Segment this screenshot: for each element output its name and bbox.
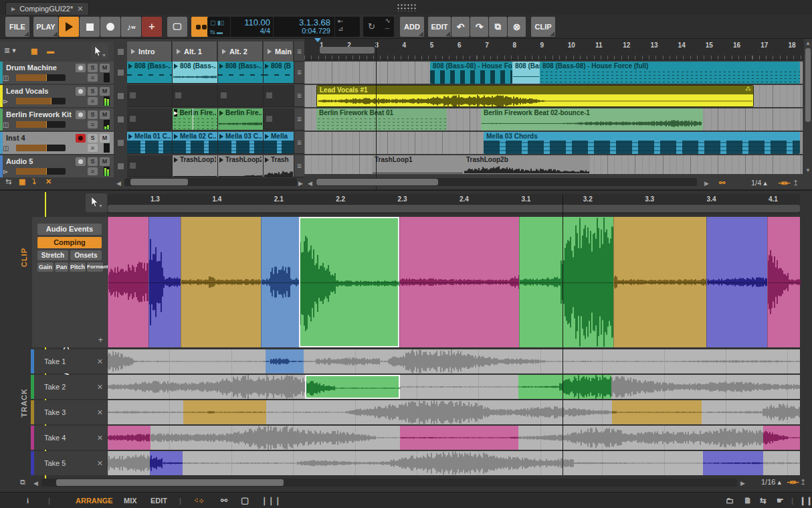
- add-track-button[interactable]: ADD: [400, 17, 424, 37]
- play-button[interactable]: [59, 17, 79, 37]
- take-header-3[interactable]: Take 3 ✕: [31, 400, 107, 424]
- track-name[interactable]: Lead Vocals: [6, 87, 48, 95]
- track-menu-button[interactable]: ≡: [88, 97, 98, 105]
- take-comp-region[interactable]: [763, 426, 800, 450]
- take-comp-region[interactable]: [183, 400, 266, 424]
- document-tab[interactable]: ▶ CompingGUI22* ✕: [5, 2, 89, 15]
- arranger-scroll-left-icon[interactable]: ◀: [308, 180, 312, 187]
- arranger-lane-berlin-firework-kit[interactable]: Berlin Firework Beat 01Berlin Firework B…: [304, 108, 803, 131]
- arranger-clip[interactable]: Mella 03 Chords: [484, 132, 800, 154]
- browser-panel-icon[interactable]: 🗀: [726, 493, 734, 508]
- clip-slot[interactable]: Mella 01 C...: [127, 132, 173, 154]
- arranger-lane-drum-machine[interactable]: 808 (Bass-08) - House Force (808 (Bas808…: [304, 62, 803, 84]
- empty-clip-slot[interactable]: [173, 85, 218, 107]
- arranger-clip[interactable]: TrashLoop2b: [464, 155, 590, 174]
- arranger-ruler[interactable]: 123456789101112131415161718: [304, 39, 804, 60]
- device-panel-icon[interactable]: ❙❙❙: [799, 493, 812, 508]
- scene-header-main[interactable]: Main: [264, 41, 294, 62]
- duplicate-button[interactable]: ⧉: [489, 17, 507, 37]
- track-menu-button[interactable]: ≡: [88, 74, 98, 82]
- punch-metronome-icons[interactable]: ⇤ ⊿: [334, 17, 354, 37]
- track-stop-button[interactable]: [114, 155, 127, 177]
- take-lane-1[interactable]: [108, 349, 800, 373]
- redo-button[interactable]: ↷: [470, 17, 488, 37]
- editor-cursor-tool-button[interactable]: ▾: [86, 193, 107, 212]
- comp-segment-take5[interactable]: [706, 217, 767, 347]
- solo-button[interactable]: S: [88, 87, 98, 96]
- volume-fader[interactable]: [16, 98, 66, 104]
- mute-button[interactable]: M: [100, 87, 110, 96]
- take-header-4[interactable]: Take 4 ✕: [31, 426, 107, 450]
- io-panel-icon[interactable]: ⇆: [760, 493, 767, 508]
- take-comp-region[interactable]: [305, 375, 400, 399]
- edit-menu-button[interactable]: EDIT: [428, 17, 451, 37]
- comping-button[interactable]: Comping: [37, 237, 102, 248]
- take-header-1[interactable]: Take 1 ✕: [31, 349, 107, 373]
- take-delete-icon[interactable]: ✕: [97, 459, 103, 468]
- track-menu-button[interactable]: ≡: [88, 120, 98, 129]
- comp-segment-take2[interactable]: [299, 217, 399, 347]
- arranger-clip[interactable]: 808 (Bas: [512, 62, 540, 84]
- scene-continue-icon[interactable]: ≣: [294, 155, 304, 177]
- arranger-clip[interactable]: Berlin Firework Beat 02-bounce-1: [481, 108, 703, 131]
- arranger-lane-inst-4[interactable]: Mella 03 Chords: [304, 132, 803, 154]
- comp-segment-take4[interactable]: [399, 217, 519, 347]
- arranger-clip[interactable]: TrashLoop1: [372, 155, 464, 174]
- undo-button[interactable]: ↶: [451, 17, 470, 37]
- formant-button[interactable]: Formant: [87, 262, 103, 272]
- arrange-view-button[interactable]: ARRANGE: [76, 493, 113, 508]
- arranger-clip[interactable]: Berlin Firework Beat 01: [316, 108, 447, 131]
- take-comp-region[interactable]: [400, 426, 518, 450]
- empty-clip-slot[interactable]: [127, 155, 173, 177]
- stop-all-button[interactable]: [114, 41, 127, 62]
- take-delete-icon[interactable]: ✕: [97, 383, 103, 392]
- track-name[interactable]: Drum Machine: [6, 64, 57, 72]
- clip-slot[interactable]: 808 (Bass-...: [173, 62, 218, 84]
- arranger-snap-mode-icon[interactable]: ⇥⇤: [778, 179, 790, 187]
- track-stop-button[interactable]: [114, 108, 127, 131]
- arranger-lane-lead-vocals[interactable]: Lead Vocals #1 ⁂: [304, 85, 803, 107]
- arm-button[interactable]: [76, 87, 86, 96]
- loop-controls[interactable]: ↻ ∿ ⌒: [363, 17, 394, 37]
- mute-button[interactable]: M: [100, 134, 110, 143]
- link-icon[interactable]: ⚯: [221, 493, 227, 508]
- track-header-audio-5[interactable]: Audio 5 S M ⊳ ≡: [0, 155, 114, 177]
- scene-continue-icon[interactable]: ≣: [294, 132, 304, 154]
- play-menu-button[interactable]: PLAY: [33, 17, 58, 37]
- comp-segment-take3[interactable]: [181, 217, 261, 347]
- play-start-marker[interactable]: [314, 38, 321, 42]
- clip-slot[interactable]: Mella 03 C...: [218, 132, 264, 154]
- track-name[interactable]: Inst 4: [6, 134, 25, 142]
- file-menu-button[interactable]: FILE: [5, 17, 29, 37]
- stop-button[interactable]: [80, 17, 100, 37]
- arranger-clip[interactable]: 808 (Bass-08) - House Force (: [430, 62, 512, 84]
- editor-tab-track[interactable]: TRACK: [20, 388, 28, 418]
- tempo-display[interactable]: 110.00 4/4: [230, 17, 273, 37]
- empty-clip-slot[interactable]: [127, 85, 173, 107]
- pan-button[interactable]: Pan: [55, 262, 68, 272]
- clip-menu-button[interactable]: CLIP: [531, 17, 555, 37]
- comp-segment-take4[interactable]: [108, 217, 148, 347]
- launcher-panel-icon[interactable]: ⁖⁘: [194, 493, 205, 508]
- take-delete-icon[interactable]: ✕: [97, 408, 103, 417]
- clip-slot[interactable]: 808 (Bass-...: [218, 62, 264, 84]
- editor-snap-value[interactable]: 1/16 ▴: [761, 478, 781, 487]
- clip-slot[interactable]: TrashLoop1: [173, 155, 218, 177]
- editor-hscroll-thumb[interactable]: [56, 479, 284, 486]
- cursor-tool-button[interactable]: ▾: [91, 44, 108, 60]
- volume-fader[interactable]: [16, 121, 66, 128]
- solo-button[interactable]: S: [88, 110, 98, 119]
- arm-button[interactable]: [76, 110, 86, 119]
- empty-clip-slot[interactable]: [218, 85, 264, 107]
- clip-slot[interactable]: Berlin Fire...: [218, 108, 264, 131]
- add-lane-button[interactable]: +: [98, 335, 103, 345]
- track-stop-button[interactable]: [114, 62, 127, 84]
- take-comp-region[interactable]: [612, 400, 702, 424]
- arranger-zoom-fit-icon[interactable]: ↥: [793, 179, 799, 187]
- solo-button[interactable]: S: [88, 134, 98, 143]
- scene-continue-icon[interactable]: ≣: [294, 62, 304, 84]
- arranger-vscrollbar[interactable]: ▲ ▼: [804, 39, 812, 189]
- scene-header-alt1[interactable]: Alt. 1: [173, 41, 217, 62]
- take-delete-icon[interactable]: ✕: [97, 357, 103, 366]
- track-name[interactable]: Audio 5: [6, 157, 33, 165]
